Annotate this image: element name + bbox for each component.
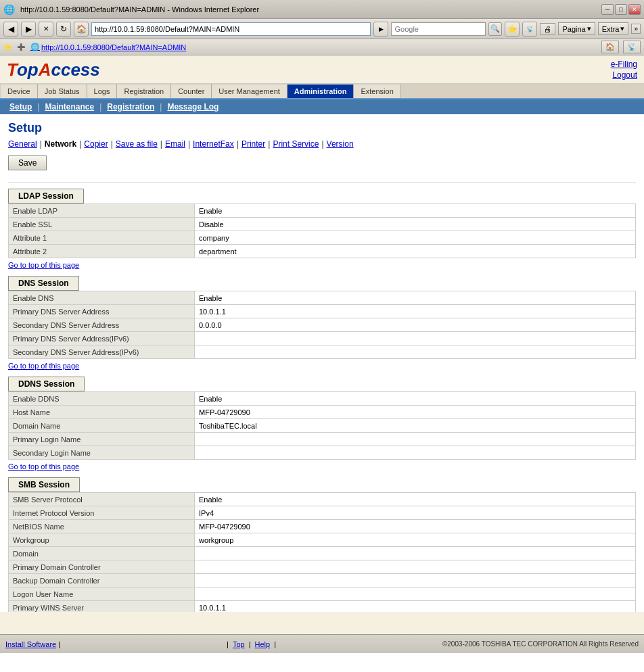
breadcrumb-copier[interactable]: Copier [84,139,108,149]
back-button[interactable]: ◀ [3,22,18,37]
ddns-enable-label: Enable DDNS [9,392,195,406]
ddns-secondary-login-value [195,446,636,460]
ldap-goto-top[interactable]: Go to top of this page [8,261,636,269]
tab-logs[interactable]: Logs [87,84,118,98]
dns-secondary-ipv6-label: Secondary DNS Server Address(IPv6) [9,345,195,359]
maximize-button[interactable]: □ [615,4,627,15]
tab-job-status[interactable]: Job Status [38,84,87,98]
breadcrumb-save-as-file[interactable]: Save as file [116,139,158,149]
minimize-button[interactable]: ─ [601,4,614,15]
ldap-enable-value: Enable [195,204,636,218]
copyright-text: ©2003-2006 TOSHIBA TEC CORPORATION All R… [442,640,639,648]
table-row: SMB Server Protocol Enable [9,493,636,506]
install-software-link[interactable]: Install Software [5,640,56,648]
dns-goto-top[interactable]: Go to top of this page [8,362,636,370]
toolbar-right-buttons: ⭐ 📡 🖨 Pagina ▾ Extra ▾ » [505,22,641,37]
more-button[interactable]: » [631,24,641,34]
breadcrumb-general[interactable]: General [8,139,37,149]
feeds-toolbar-btn[interactable]: 📡 [623,41,641,53]
table-row: Enable SSL Disable [9,218,636,231]
page-title: Setup [8,121,636,135]
ldap-table: Enable LDAP Enable Enable SSL Disable At… [8,203,636,258]
go-button[interactable]: ▶ [373,22,388,37]
table-row: Enable DNS Enable [9,291,636,305]
tab-counter[interactable]: Counter [171,84,212,98]
page-label: Pagina [562,25,585,33]
dns-table: Enable DNS Enable Primary DNS Server Add… [8,291,636,359]
smb-protocol-value: Enable [195,493,636,506]
feeds-button[interactable]: 📡 [522,22,537,37]
browser-links-bar: ⭐ ➕ 🌐 http://10.0.1.59:8080/Default?MAIN… [0,39,644,55]
add-favorites-icon: ➕ [17,43,25,51]
smb-netbios-value: MFP-04729090 [195,520,636,533]
top-link[interactable]: Top [233,640,245,648]
subnav-registration[interactable]: Registration [104,101,157,112]
extra-button[interactable]: Extra ▾ [598,22,629,35]
ddns-hostname-value: MFP-04729090 [195,406,636,419]
subnav-setup[interactable]: Setup [7,101,34,112]
breadcrumb-email[interactable]: Email [165,139,185,149]
page-content: TopAccess e-Filing Logout Device Job Sta… [0,55,644,653]
ddns-section: DDNS Session Enable DDNS Enable Host Nam… [8,377,636,471]
dns-secondary-label: Secondary DNS Server Address [9,318,195,332]
subnav-sep-2: | [99,102,101,112]
home-button[interactable]: 🏠 [74,22,89,37]
ldap-enable-label: Enable LDAP [9,204,195,218]
topaccess-logo: TopAccess [7,59,100,80]
smb-backup-dc-label: Backup Domain Controller [9,574,195,587]
table-row: Attribute 2 department [9,245,636,258]
page-button[interactable]: Pagina ▾ [558,22,595,35]
ddns-section-header: DDNS Session [8,377,85,391]
smb-section: SMB Session SMB Server Protocol Enable I… [8,477,636,612]
tab-device[interactable]: Device [0,84,38,98]
ddns-goto-top[interactable]: Go to top of this page [8,462,636,471]
table-row: Backup Domain Controller [9,574,636,587]
smb-logon-user-label: Logon User Name [9,587,195,601]
breadcrumb-internetfax[interactable]: InternetFax [193,139,234,149]
ddns-domain-label: Domain Name [9,419,195,433]
tab-registration[interactable]: Registration [117,84,171,98]
smb-ipver-value: IPv4 [195,506,636,520]
smb-section-header: SMB Session [8,477,80,492]
table-row: Workgroup workgroup [9,533,636,547]
stop-button[interactable]: ✕ [39,22,53,37]
links-bar-item[interactable]: 🌐 http://10.0.1.59:8080/Default?MAIN=ADM… [30,43,186,51]
ddns-domain-value: ToshibaTEC.local [195,419,636,433]
smb-primary-dc-value [195,560,636,574]
header-links: e-Filing Logout [611,59,637,80]
subnav-maintenance[interactable]: Maintenance [42,101,97,112]
table-row: NetBIOS Name MFP-04729090 [9,520,636,533]
tab-user-management[interactable]: User Management [212,84,288,98]
ldap-section-header: LDAP Session [8,189,84,203]
table-row: Enable LDAP Enable [9,204,636,218]
divider-1 [8,183,636,183]
print-button[interactable]: 🖨 [540,23,555,35]
home-toolbar-btn[interactable]: 🏠 [601,41,619,53]
smb-workgroup-value: workgroup [195,533,636,547]
page-dropdown-icon: ▾ [587,24,591,33]
help-link[interactable]: Help [255,640,271,648]
browser-title: http://10.0.1.59:8080/Default?MAIN=ADMIN… [20,5,596,14]
search-go-button[interactable]: 🔍 [488,22,502,36]
save-button[interactable]: Save [8,155,47,170]
dns-primary-ipv6-value [195,332,636,345]
efiling-link[interactable]: e-Filing [611,59,637,69]
search-input[interactable] [391,22,486,36]
forward-button[interactable]: ▶ [21,22,36,37]
browser-window-controls[interactable]: ─ □ ✕ [601,4,641,15]
tab-extension[interactable]: Extension [354,84,400,98]
dns-secondary-ipv6-value [195,345,636,359]
close-button[interactable]: ✕ [628,4,641,15]
breadcrumb-version[interactable]: Version [327,139,354,149]
tab-administration[interactable]: Administration [288,84,354,98]
smb-table: SMB Server Protocol Enable Internet Prot… [8,492,636,612]
address-bar[interactable] [91,22,371,36]
subnav-message-log[interactable]: Message Log [164,101,221,112]
logout-link[interactable]: Logout [612,70,637,80]
breadcrumb-print-service[interactable]: Print Service [273,139,319,149]
table-row: Internet Protocol Version IPv4 [9,506,636,520]
smb-domain-label: Domain [9,547,195,560]
breadcrumb-printer[interactable]: Printer [242,139,265,149]
favorites-button[interactable]: ⭐ [505,22,520,37]
refresh-button[interactable]: ↻ [56,22,71,37]
